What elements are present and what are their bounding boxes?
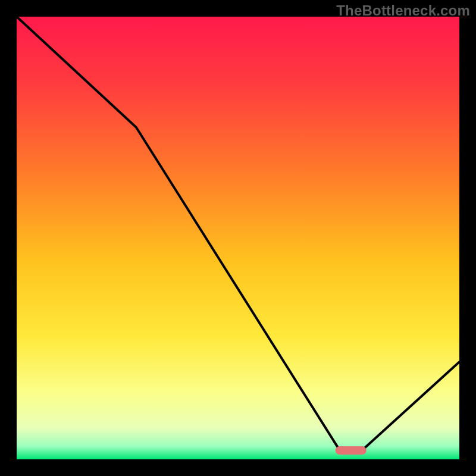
optimal-marker — [336, 446, 367, 455]
plot-background — [17, 17, 459, 459]
watermark-label: TheBottleneck.com — [336, 2, 470, 19]
chart-svg — [0, 0, 476, 476]
bottleneck-chart: TheBottleneck.com — [0, 0, 476, 476]
